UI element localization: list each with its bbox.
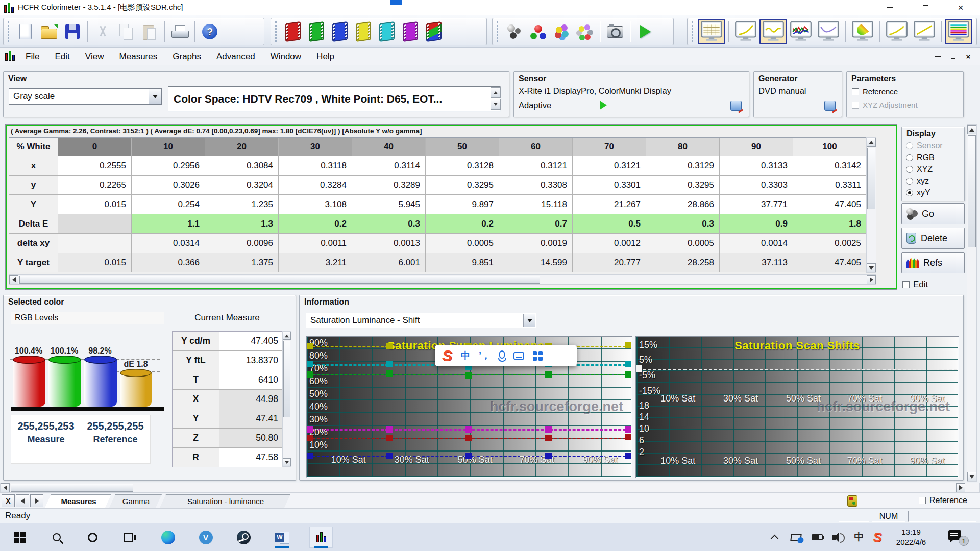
cell-delta-e-70[interactable]: 0.5 <box>573 214 646 234</box>
cell-y-60[interactable]: 15.118 <box>499 195 573 214</box>
cell-y-10[interactable]: 0.3026 <box>132 176 205 195</box>
taskbar-start-button[interactable] <box>8 527 32 548</box>
ime-language-icon[interactable]: 中 <box>461 349 470 362</box>
cell-y-80[interactable]: 28.866 <box>646 195 720 214</box>
tab-next-button[interactable] <box>30 494 43 507</box>
cell-y-20[interactable]: 1.235 <box>205 195 279 214</box>
view-mode-dropdown[interactable]: Gray scale <box>9 88 162 105</box>
scrollbar-thumb[interactable] <box>19 276 540 284</box>
cell-delta-e-50[interactable]: 0.2 <box>426 214 499 234</box>
toolbar-blue-measure-button[interactable] <box>328 19 352 44</box>
toolbar-gamma-curve-view-button[interactable] <box>732 19 760 44</box>
cell-y-90[interactable]: 0.3303 <box>720 176 793 195</box>
cell-delta-xy-90[interactable]: 0.0014 <box>720 234 793 253</box>
cell-delta-e-100[interactable]: 1.8 <box>793 214 867 234</box>
scrollbar-thumb[interactable] <box>11 484 133 492</box>
column-header-80[interactable]: 80 <box>646 138 720 156</box>
cell-x-50[interactable]: 0.3128 <box>426 156 499 176</box>
taskbar-task-view-button[interactable] <box>116 527 140 548</box>
toolbar-gamma-steps-view-button[interactable] <box>883 19 911 44</box>
cell-y-target-20[interactable]: 1.375 <box>205 253 279 272</box>
cell-x-100[interactable]: 0.3142 <box>793 156 867 176</box>
cell-delta-e-40[interactable]: 0.3 <box>352 214 426 234</box>
cell-delta-e-0[interactable] <box>58 214 132 234</box>
taskbar-word-button[interactable]: W <box>271 527 294 548</box>
taskbar-clock[interactable]: 13:19 2022/4/6 <box>887 527 935 547</box>
radio-xyz[interactable] <box>906 166 913 173</box>
scroll-up-button[interactable] <box>867 138 876 147</box>
cell-x-90[interactable]: 0.3133 <box>720 156 793 176</box>
cell-y-target-40[interactable]: 6.001 <box>352 253 426 272</box>
menu-item-view[interactable]: View <box>78 48 112 65</box>
cell-y-30[interactable]: 0.3284 <box>279 176 352 195</box>
toolbar-rgb-levels-view-button[interactable] <box>787 19 815 44</box>
sogou-logo-icon[interactable]: S <box>442 347 452 364</box>
refs-button[interactable]: Refs <box>901 252 965 273</box>
table-vertical-scrollbar[interactable] <box>866 137 876 273</box>
cell-delta-xy-30[interactable]: 0.0011 <box>279 234 352 253</box>
cell-y-90[interactable]: 37.771 <box>720 195 793 214</box>
scroll-up-button[interactable] <box>967 125 976 134</box>
column-header-60[interactable]: 60 <box>499 138 573 156</box>
tray-ime-lang-button[interactable]: 中 <box>850 530 868 544</box>
column-header-90[interactable]: 90 <box>720 138 793 156</box>
cell-delta-xy-80[interactable]: 0.0005 <box>646 234 720 253</box>
toolbar-red-measure-button[interactable] <box>281 19 305 44</box>
toolbar-contrast-curve-view-button[interactable] <box>911 19 938 44</box>
menu-item-help[interactable]: Help <box>309 48 342 65</box>
toolbar-grip[interactable] <box>275 21 277 42</box>
dropdown-arrow-button[interactable] <box>149 89 161 104</box>
tab-saturation-luminance[interactable]: Saturation - luminance <box>160 494 291 508</box>
cell-delta-xy-40[interactable]: 0.0013 <box>352 234 426 253</box>
tab-close-button[interactable]: X <box>2 494 15 507</box>
edit-checkbox[interactable] <box>902 281 910 288</box>
delete-button[interactable]: Delete <box>901 228 965 249</box>
cell-x-80[interactable]: 0.3129 <box>646 156 720 176</box>
cell-delta-e-20[interactable]: 1.3 <box>205 214 279 234</box>
toolbar-snapshot-button[interactable] <box>603 19 627 44</box>
column-header-30[interactable]: 30 <box>279 138 352 156</box>
toolbar-paste-button[interactable] <box>138 19 161 44</box>
dropdown-arrow-button[interactable] <box>523 314 535 327</box>
cell-delta-e-80[interactable]: 0.3 <box>646 214 720 234</box>
taskbar-cortana-button[interactable] <box>81 527 104 548</box>
spinner-down-button[interactable] <box>491 99 501 110</box>
toolbar-save-file-button[interactable] <box>61 19 84 44</box>
toolbar-new-file-button[interactable] <box>14 19 37 44</box>
cell-delta-xy-10[interactable]: 0.0314 <box>132 234 205 253</box>
taskbar-search-button[interactable] <box>45 527 68 548</box>
cell-y-40[interactable]: 0.3289 <box>352 176 426 195</box>
cell-y-target-80[interactable]: 28.258 <box>646 253 720 272</box>
cell-y-target-10[interactable]: 0.366 <box>132 253 205 272</box>
cell-y-70[interactable]: 0.3301 <box>573 176 646 195</box>
maximize-button[interactable] <box>911 0 940 15</box>
scrollbar-thumb[interactable] <box>867 148 875 209</box>
toolbar-grip[interactable] <box>692 21 694 42</box>
cell-delta-xy-100[interactable]: 0.0025 <box>793 234 867 253</box>
cell-x-10[interactable]: 0.2956 <box>132 156 205 176</box>
cell-y-50[interactable]: 9.897 <box>426 195 499 214</box>
minimize-button[interactable] <box>875 0 905 15</box>
cell-y-target-90[interactable]: 37.113 <box>720 253 793 272</box>
toolbar-run-button[interactable] <box>633 19 657 44</box>
scroll-down-button[interactable] <box>283 458 291 466</box>
scroll-right-button[interactable] <box>956 483 965 492</box>
sensor-play-icon[interactable] <box>600 101 607 110</box>
cell-delta-xy-60[interactable]: 0.0019 <box>499 234 573 253</box>
main-vertical-scrollbar[interactable] <box>967 124 977 482</box>
measure-table-scrollbar[interactable] <box>282 331 291 467</box>
toolbar-primaries-measure-button[interactable] <box>526 19 550 44</box>
microphone-icon[interactable] <box>499 350 505 359</box>
toolbar-measures-grid-view-button[interactable] <box>698 19 725 44</box>
toolbar-open-file-button[interactable] <box>37 19 61 44</box>
spinner-up-button[interactable] <box>491 87 501 98</box>
mdi-close-button[interactable]: × <box>961 51 976 63</box>
cell-y-50[interactable]: 0.3295 <box>426 176 499 195</box>
xyz-adjustment-checkbox[interactable] <box>852 102 859 109</box>
scrollbar-thumb[interactable] <box>283 341 290 417</box>
notification-badge[interactable]: 1 <box>959 536 969 546</box>
scroll-right-button[interactable] <box>867 275 876 284</box>
cell-x-70[interactable]: 0.3121 <box>573 156 646 176</box>
toolbar-luminance-curve-view-button[interactable] <box>815 19 842 44</box>
toolbar-all-colors-measure-button[interactable] <box>573 19 597 44</box>
